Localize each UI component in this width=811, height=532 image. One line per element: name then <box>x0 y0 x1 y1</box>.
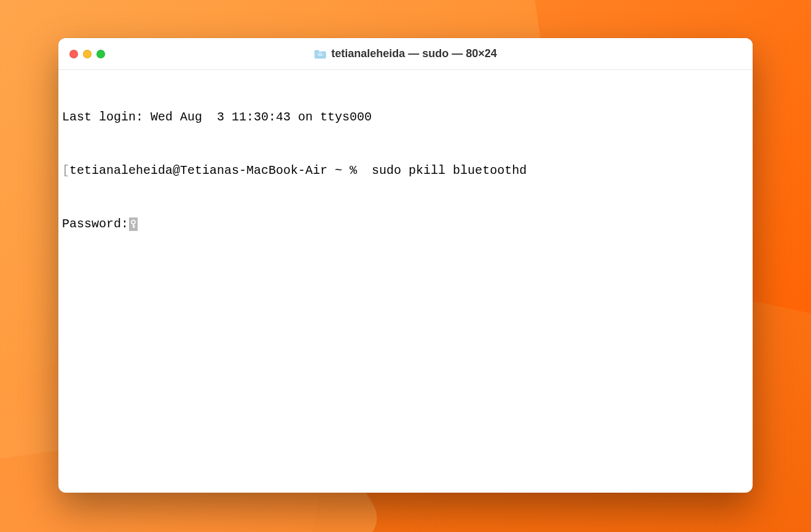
entered-command: sudo pkill bluetoothd <box>364 162 527 179</box>
last-login-line: Last login: Wed Aug 3 11:30:43 on ttys00… <box>62 108 749 126</box>
password-prompt: Password: <box>62 215 128 233</box>
window-title: tetianaleheida — sudo — 80×24 <box>314 47 497 60</box>
maximize-button[interactable] <box>96 50 105 58</box>
password-line: Password: <box>62 215 749 233</box>
shell-prompt: tetianaleheida@Tetianas-MacBook-Air ~ % <box>69 162 364 179</box>
terminal-body[interactable]: Last login: Wed Aug 3 11:30:43 on ttys00… <box>58 70 753 493</box>
bracket-open: [ <box>62 162 69 179</box>
traffic-lights <box>69 50 105 58</box>
title-bar[interactable]: tetianaleheida — sudo — 80×24 <box>58 38 753 70</box>
svg-point-0 <box>131 220 135 224</box>
terminal-window: tetianaleheida — sudo — 80×24 Last login… <box>58 38 753 493</box>
window-title-text: tetianaleheida — sudo — 80×24 <box>331 47 497 60</box>
key-cursor-icon[interactable] <box>129 217 138 231</box>
folder-icon <box>314 49 326 59</box>
close-button[interactable] <box>69 50 78 58</box>
minimize-button[interactable] <box>83 50 92 58</box>
prompt-line: [tetianaleheida@Tetianas-MacBook-Air ~ %… <box>62 162 749 179</box>
